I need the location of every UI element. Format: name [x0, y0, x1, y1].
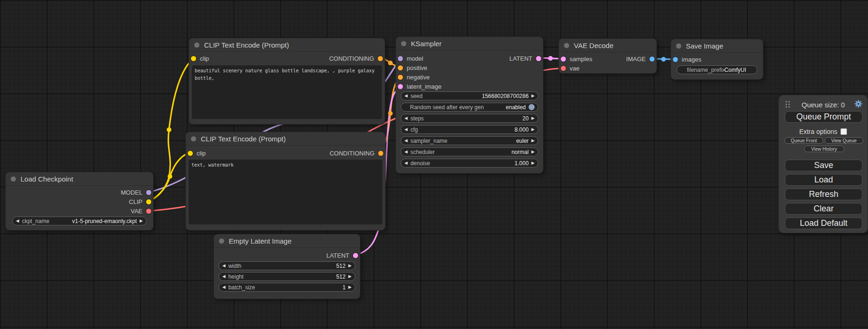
- toggle-dot-icon[interactable]: [529, 104, 535, 110]
- widget-value: enabled: [506, 104, 526, 111]
- output-port-clip: CLIP: [129, 197, 151, 206]
- clip-port-dot[interactable]: [146, 199, 151, 204]
- node-clip-text-encode-negative[interactable]: CLIP Text Encode (Prompt) clip CONDITION…: [186, 132, 385, 230]
- collapse-dot-icon[interactable]: [219, 238, 224, 244]
- collapse-dot-icon[interactable]: [401, 41, 406, 46]
- ckpt-name-widget[interactable]: ◀ ckpt_name v1-5-pruned-emaonly.ckpt ▶: [12, 217, 147, 225]
- decrement-arrow-icon[interactable]: ◀: [404, 139, 408, 143]
- refresh-button[interactable]: Refresh: [785, 189, 862, 200]
- collapse-dot-icon[interactable]: [194, 42, 199, 48]
- filename-prefix-widget[interactable]: filename_prefix ComfyUI: [677, 65, 757, 74]
- decrement-arrow-icon[interactable]: ◀: [222, 274, 226, 279]
- clip-port-dot[interactable]: [191, 56, 196, 61]
- latent-port-dot[interactable]: [536, 56, 541, 61]
- conditioning-port-dot[interactable]: [398, 65, 403, 70]
- decrement-arrow-icon[interactable]: ◀: [404, 161, 408, 165]
- latent-port-dot[interactable]: [398, 84, 403, 89]
- model-port-dot[interactable]: [146, 190, 151, 195]
- increment-arrow-icon[interactable]: ▶: [140, 219, 143, 223]
- queue-front-button[interactable]: Queue Front: [784, 137, 823, 144]
- decrement-arrow-icon[interactable]: ◀: [404, 94, 408, 98]
- settings-gear-icon[interactable]: [854, 100, 862, 108]
- node-vae-decode[interactable]: VAE Decode samples vae IMAGE: [559, 39, 656, 73]
- increment-arrow-icon[interactable]: ▶: [531, 150, 535, 154]
- scheduler-widget[interactable]: ◀ scheduler normal ▶: [401, 147, 538, 156]
- node-save-image[interactable]: Save Image images filename_prefix ComfyU…: [671, 39, 763, 79]
- node-ksampler[interactable]: KSampler model positive negative latent_…: [396, 37, 543, 173]
- widget-value: euler: [516, 138, 529, 144]
- decrement-arrow-icon[interactable]: ◀: [404, 127, 408, 132]
- height-widget[interactable]: ◀ height 512 ▶: [219, 272, 355, 281]
- increment-arrow-icon[interactable]: ▶: [348, 285, 352, 289]
- node-title-bar[interactable]: VAE Decode: [559, 39, 656, 52]
- steps-widget[interactable]: ◀ steps 20 ▶: [401, 114, 538, 123]
- decrement-arrow-icon[interactable]: ◀: [222, 285, 226, 289]
- sampler-name-widget[interactable]: ◀ sampler_name euler ▶: [401, 136, 538, 145]
- port-label: CONDITIONING: [329, 55, 374, 62]
- increment-arrow-icon[interactable]: ▶: [531, 139, 535, 143]
- output-port-latent: LATENT: [326, 251, 358, 259]
- decrement-arrow-icon[interactable]: ◀: [404, 150, 408, 154]
- increment-arrow-icon[interactable]: ▶: [531, 94, 535, 98]
- model-port-dot[interactable]: [398, 56, 403, 61]
- denoise-widget[interactable]: ◀ denoise 1.000 ▶: [401, 159, 538, 168]
- comfyui-canvas[interactable]: { "colors": { "model": "#B39DDB", "clip"…: [0, 0, 868, 329]
- node-title-bar[interactable]: KSampler: [396, 37, 543, 50]
- clear-button[interactable]: Clear: [785, 203, 862, 215]
- random-seed-widget[interactable]: Random seed after every gen enabled: [401, 103, 538, 112]
- port-label: MODEL: [121, 189, 142, 196]
- node-clip-text-encode-positive[interactable]: CLIP Text Encode (Prompt) clip CONDITION…: [189, 38, 385, 124]
- view-queue-button[interactable]: View Queue: [825, 137, 863, 144]
- input-port-clip: clip: [188, 149, 206, 157]
- batch-size-widget[interactable]: ◀ batch_size 1 ▶: [219, 283, 355, 292]
- increment-arrow-icon[interactable]: ▶: [531, 116, 535, 120]
- positive-prompt-textarea[interactable]: beautiful scenery nature glass bottle la…: [192, 65, 382, 119]
- increment-arrow-icon[interactable]: ▶: [348, 264, 352, 268]
- queue-prompt-button[interactable]: Queue Prompt: [785, 111, 862, 123]
- seed-widget[interactable]: ◀ seed 156680208700286 ▶: [401, 91, 538, 100]
- collapse-dot-icon[interactable]: [676, 43, 681, 49]
- decrement-arrow-icon[interactable]: ◀: [404, 116, 408, 120]
- view-history-button[interactable]: View History: [804, 146, 844, 152]
- increment-arrow-icon[interactable]: ▶: [531, 161, 535, 165]
- node-load-checkpoint[interactable]: Load Checkpoint MODEL CLIP VAE ◀ ckpt_na…: [6, 172, 153, 230]
- node-title-label: VAE Decode: [574, 42, 614, 49]
- widget-value: 1.000: [515, 160, 529, 167]
- port-label: samples: [570, 56, 592, 63]
- width-widget[interactable]: ◀ width 512 ▶: [219, 261, 355, 270]
- increment-arrow-icon[interactable]: ▶: [348, 274, 352, 279]
- node-title-bar[interactable]: CLIP Text Encode (Prompt): [189, 38, 385, 52]
- decrement-arrow-icon[interactable]: ◀: [16, 219, 19, 223]
- collapse-dot-icon[interactable]: [564, 43, 569, 48]
- node-title-bar[interactable]: Save Image: [671, 39, 763, 53]
- image-port-dot[interactable]: [649, 56, 655, 62]
- queue-panel[interactable]: Queue size: 0 Queue Prompt Extra options…: [779, 95, 868, 233]
- clip-port-dot[interactable]: [188, 151, 193, 156]
- negative-prompt-textarea[interactable]: text, watermark: [189, 160, 382, 224]
- vae-port-dot[interactable]: [561, 66, 566, 71]
- collapse-dot-icon[interactable]: [11, 176, 16, 182]
- increment-arrow-icon[interactable]: ▶: [531, 127, 535, 132]
- collapse-dot-icon[interactable]: [191, 136, 196, 141]
- conditioning-port-dot[interactable]: [398, 75, 403, 80]
- image-port-dot[interactable]: [673, 57, 678, 62]
- drag-handle-icon[interactable]: [785, 100, 790, 108]
- node-empty-latent-image[interactable]: Empty Latent Image LATENT ◀ width 512 ▶ …: [214, 234, 360, 299]
- decrement-arrow-icon[interactable]: ◀: [222, 264, 226, 268]
- output-port-model: MODEL: [121, 188, 151, 196]
- extra-options-checkbox[interactable]: [840, 128, 847, 135]
- vae-port-dot[interactable]: [146, 209, 151, 214]
- load-button[interactable]: Load: [785, 174, 862, 186]
- load-default-button[interactable]: Load Default: [785, 217, 862, 229]
- node-title-bar[interactable]: Load Checkpoint: [6, 172, 153, 186]
- conditioning-port-dot[interactable]: [378, 56, 383, 61]
- latent-port-dot[interactable]: [353, 253, 358, 258]
- node-title-bar[interactable]: Empty Latent Image: [214, 234, 360, 248]
- conditioning-port-dot[interactable]: [378, 151, 383, 156]
- latent-port-dot[interactable]: [561, 56, 566, 62]
- save-button[interactable]: Save: [785, 160, 862, 171]
- input-port-negative: negative: [398, 73, 430, 81]
- node-title-bar[interactable]: CLIP Text Encode (Prompt): [186, 132, 385, 146]
- port-label: clip: [200, 55, 209, 62]
- cfg-widget[interactable]: ◀ cfg 8.000 ▶: [401, 125, 538, 134]
